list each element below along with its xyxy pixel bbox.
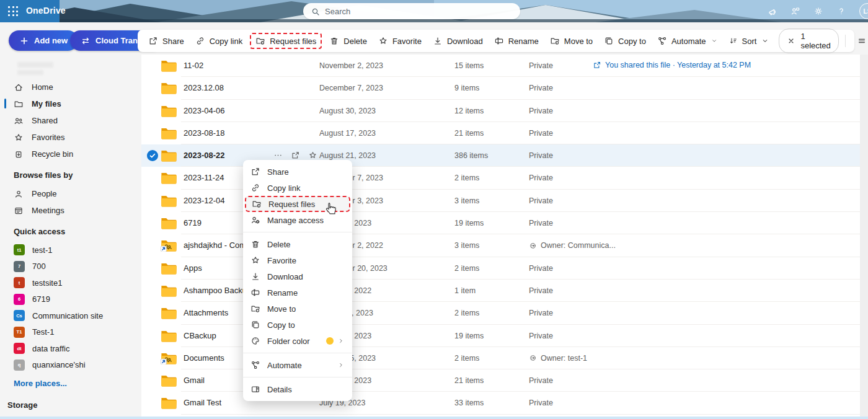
- toolbar-rename-button[interactable]: Rename: [489, 33, 544, 49]
- quick-access-label: Test-1: [32, 327, 54, 337]
- file-name[interactable]: Gmail Test: [184, 398, 221, 407]
- toolbar-copy-link-button[interactable]: Copy link: [190, 33, 248, 49]
- toolbar-favorite-button[interactable]: Favorite: [373, 33, 427, 49]
- toolbar-label: Favorite: [392, 37, 422, 46]
- item-count: 15 items: [454, 61, 484, 70]
- shared-activity-note[interactable]: You shared this file · Yesterday at 5:42…: [593, 61, 751, 69]
- file-name[interactable]: Apps: [184, 263, 202, 273]
- sidebar-item-home[interactable]: Home: [0, 79, 141, 95]
- sharing-text: Owner: test-1: [541, 354, 587, 363]
- toolbar-share-button[interactable]: Share: [143, 33, 190, 49]
- move-to-icon: [550, 36, 560, 46]
- toolbar-copy-to-button[interactable]: Copy to: [598, 33, 652, 49]
- toolbar-request-files-button[interactable]: Request files: [250, 33, 322, 49]
- copy-to-icon: [250, 320, 260, 330]
- menu-item-delete[interactable]: Delete: [243, 236, 352, 252]
- toolbar-download-button[interactable]: Download: [427, 33, 489, 49]
- quick-access-700[interactable]: 7700: [0, 258, 141, 275]
- selection-count-pill[interactable]: 1 selected: [779, 29, 839, 53]
- quick-access-testsite1[interactable]: ttestsite1: [0, 275, 141, 291]
- menu-item-copy-to[interactable]: Copy to: [243, 317, 352, 333]
- file-name[interactable]: CBackup: [184, 331, 216, 340]
- feedback-icon[interactable]: [790, 6, 800, 16]
- settings-gear-icon[interactable]: [813, 6, 823, 16]
- menu-item-share[interactable]: Share: [243, 164, 352, 180]
- folder-color-swatch: [326, 337, 334, 345]
- toolbar-automate-button[interactable]: Automate: [652, 33, 724, 49]
- file-name[interactable]: 2023-08-18: [184, 128, 225, 138]
- file-name[interactable]: 2023-11-24: [184, 173, 224, 182]
- download-icon: [250, 271, 260, 281]
- sidebar-item-favorites[interactable]: Favorites: [0, 129, 141, 146]
- row-favorite-button[interactable]: [308, 151, 317, 160]
- item-count: 386 items: [454, 151, 488, 160]
- sidebar-item-label: Home: [32, 82, 53, 92]
- folder-icon: [161, 374, 177, 387]
- menu-item-download[interactable]: Download: [243, 268, 352, 284]
- menu-item-copy-link[interactable]: Copy link: [243, 180, 352, 196]
- quick-access-quanxiance-shi[interactable]: qquanxiance'shi: [0, 357, 141, 374]
- copy-link-icon: [195, 36, 205, 46]
- add-new-button[interactable]: Add new: [9, 30, 78, 51]
- toolbar-label: Delete: [343, 37, 367, 46]
- file-name[interactable]: 2023.12.08: [184, 83, 224, 92]
- menu-item-details[interactable]: Details: [243, 381, 352, 397]
- quick-access-6719[interactable]: 66719: [0, 291, 141, 308]
- sidebar-item-shared[interactable]: Shared: [0, 112, 141, 129]
- menu-item-label: Move to: [267, 304, 296, 314]
- menu-item-folder-color[interactable]: Folder color: [243, 333, 352, 349]
- file-name[interactable]: 2023-08-22: [184, 151, 225, 160]
- sidebar-item-people[interactable]: People: [0, 185, 141, 202]
- toolbar-divider: [845, 35, 846, 47]
- row-more-button[interactable]: [273, 151, 283, 160]
- menu-item-label: Rename: [267, 288, 298, 298]
- sidebar-item-meetings[interactable]: Meetings: [0, 202, 141, 219]
- toolbar-label: Request files: [270, 37, 316, 46]
- quick-access-data-traffic[interactable]: dtdata traffic: [0, 340, 141, 357]
- sidebar-item-label: My files: [32, 99, 61, 108]
- sharing-status: Private: [529, 376, 553, 385]
- file-name[interactable]: 2023-04-06: [184, 106, 225, 115]
- quick-access-test-1[interactable]: t1test-1: [0, 242, 141, 258]
- menu-item-manage-access[interactable]: Manage access: [243, 212, 352, 228]
- app-title: OneDrive: [26, 6, 66, 15]
- vertical-scrollbar[interactable]: [860, 55, 868, 417]
- menu-item-rename[interactable]: Rename: [243, 284, 352, 301]
- file-name[interactable]: 6719: [184, 218, 202, 227]
- file-row-11-02[interactable]: 11-02November 2, 202315 itemsPrivateYou …: [141, 55, 868, 77]
- file-name[interactable]: Gmail: [184, 376, 205, 385]
- megaphone-icon[interactable]: [768, 6, 777, 16]
- clear-selection-x-icon[interactable]: [787, 37, 795, 45]
- sidebar-item-my-files[interactable]: My files: [0, 95, 141, 112]
- toolbar-move-to-button[interactable]: Move to: [544, 33, 598, 49]
- file-row-2023-12-08[interactable]: 2023.12.08December 7, 20239 itemsPrivate: [141, 77, 868, 99]
- item-count: 12 items: [454, 107, 484, 115]
- row-share-button[interactable]: [291, 151, 300, 160]
- sharing-status: Private: [529, 107, 553, 115]
- more-places-link[interactable]: More places...: [0, 373, 141, 388]
- file-name[interactable]: 11-02: [184, 61, 203, 70]
- view-options-button[interactable]: [852, 33, 868, 48]
- menu-item-favorite[interactable]: Favorite: [243, 252, 352, 268]
- menu-item-automate[interactable]: Automate: [243, 357, 352, 373]
- file-name[interactable]: Attachments: [184, 308, 228, 317]
- menu-item-request-files[interactable]: Request files: [245, 196, 350, 212]
- sort-button[interactable]: Sort: [724, 33, 776, 49]
- menu-item-move-to[interactable]: Move to: [243, 301, 352, 317]
- file-name[interactable]: Documents: [184, 353, 224, 363]
- toolbar-delete-button[interactable]: Delete: [324, 33, 373, 49]
- app-launcher-waffle-icon[interactable]: [8, 6, 19, 17]
- file-row-2023-08-18[interactable]: 2023-08-18August 17, 202321 itemsPrivate: [141, 122, 868, 144]
- quick-access-test-1[interactable]: T1Test-1: [0, 324, 141, 341]
- account-avatar[interactable]: LS: [859, 3, 868, 19]
- folder-icon: [161, 127, 177, 139]
- file-name[interactable]: 2023-12-04: [184, 196, 225, 205]
- selected-check-icon[interactable]: [147, 150, 158, 161]
- search-input[interactable]: Search: [303, 3, 520, 19]
- quick-access-communication-site[interactable]: CsCommunication site: [0, 307, 141, 324]
- file-row-2023-04-06[interactable]: 2023-04-06August 30, 202312 itemsPrivate: [141, 100, 868, 122]
- sidebar-item-recycle-bin[interactable]: Recycle bin: [0, 146, 141, 162]
- quick-access-label: quanxiance'shi: [32, 360, 86, 369]
- help-icon[interactable]: [836, 6, 846, 16]
- sharing-status: Private: [529, 399, 553, 407]
